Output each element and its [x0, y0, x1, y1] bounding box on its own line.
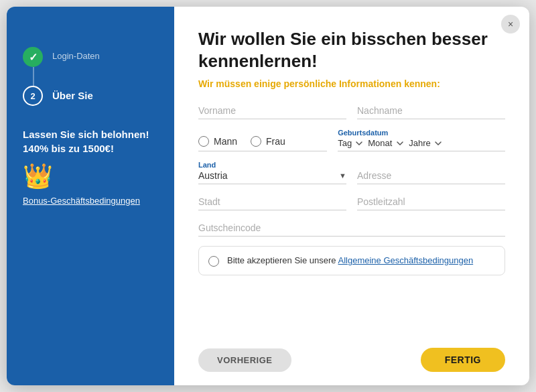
- dob-jahre-select[interactable]: Jahre: [409, 138, 442, 148]
- country-select-wrapper: Austria Germany Switzerland ▼: [198, 170, 346, 184]
- step-circle-about: 2: [23, 86, 43, 106]
- nachname-field: [357, 103, 505, 119]
- stadt-field: [198, 194, 346, 210]
- submit-button[interactable]: FERTIG: [421, 348, 505, 372]
- steps-container: ✓ Login-Daten 2 Über Sie: [23, 47, 158, 106]
- dob-monat-select-wrapper: Monat: [368, 138, 403, 148]
- step-circle-login: ✓: [23, 47, 43, 67]
- gutscheincode-field: [198, 220, 505, 237]
- bonus-title: Lassen Sie sich belohnen! 140% bis zu 15…: [23, 127, 158, 155]
- dob-tag-select[interactable]: Tag: [338, 138, 362, 148]
- vorname-field: [198, 103, 346, 119]
- gender-frau-option[interactable]: Frau: [251, 136, 285, 147]
- step-item-about: 2 Über Sie: [23, 86, 158, 106]
- gender-frau-radio[interactable]: [251, 136, 261, 147]
- step-label-about: Über Sie: [52, 86, 93, 101]
- step-item-login: ✓ Login-Daten: [23, 47, 158, 67]
- stadt-input[interactable]: [198, 194, 346, 210]
- bonus-section: Lassen Sie sich belohnen! 140% bis zu 15…: [23, 127, 158, 206]
- modal: ✓ Login-Daten 2 Über Sie Lassen Sie sich…: [7, 7, 529, 385]
- gender-group: Mann Frau: [198, 136, 327, 151]
- gender-dob-row: Mann Frau Geburtsdatum Tag: [198, 129, 505, 151]
- terms-link[interactable]: Allgemeine Geschäftsbedingungen: [338, 255, 474, 265]
- country-label: Land: [198, 161, 346, 169]
- adresse-input[interactable]: [357, 168, 505, 184]
- bonus-link[interactable]: Bonus-Geschäftsbedingungen: [23, 196, 140, 206]
- city-zip-row: [198, 194, 505, 210]
- close-button[interactable]: ×: [501, 15, 520, 34]
- main-title: Wir wollen Sie ein bisschen besser kenne…: [198, 28, 505, 72]
- country-chevron-icon: ▼: [339, 172, 346, 180]
- dob-selects: Tag Monat Jahre: [338, 138, 505, 151]
- country-address-row: Land Austria Germany Switzerland ▼: [198, 161, 505, 184]
- footer-buttons: VORHERIGE FERTIG: [198, 348, 505, 372]
- main-subtitle: Wir müssen einige persönliche Informatio…: [198, 78, 505, 89]
- previous-button[interactable]: VORHERIGE: [198, 348, 291, 372]
- gutscheincode-input[interactable]: [198, 220, 505, 237]
- sidebar: ✓ Login-Daten 2 Über Sie Lassen Sie sich…: [7, 7, 174, 385]
- step-label-login: Login-Daten: [52, 47, 100, 61]
- postleitzahl-field: [357, 194, 505, 210]
- dob-group: Geburtsdatum Tag Monat: [338, 129, 505, 151]
- dob-jahre-select-wrapper: Jahre: [409, 138, 442, 148]
- country-field: Land Austria Germany Switzerland ▼: [198, 161, 346, 184]
- dob-tag-select-wrapper: Tag: [338, 138, 362, 148]
- gender-mann-option[interactable]: Mann: [198, 136, 237, 147]
- adresse-field: [357, 168, 505, 184]
- terms-box: Bitte akzeptieren Sie unsere Allgemeine …: [198, 246, 505, 275]
- vorname-input[interactable]: [198, 103, 346, 119]
- gender-frau-label: Frau: [266, 136, 285, 147]
- main-content: × Wir wollen Sie ein bisschen besser ken…: [174, 7, 529, 385]
- dob-label: Geburtsdatum: [338, 129, 505, 137]
- step-connector-1: [33, 67, 34, 86]
- gutschein-row: [198, 220, 505, 237]
- terms-text: Bitte akzeptieren Sie unsere Allgemeine …: [227, 255, 473, 267]
- name-row: [198, 103, 505, 119]
- nachname-input[interactable]: [357, 103, 505, 119]
- terms-radio[interactable]: [208, 256, 219, 267]
- gender-mann-label: Mann: [214, 136, 237, 147]
- crown-icon: 👑: [23, 162, 158, 190]
- country-select[interactable]: Austria Germany Switzerland: [198, 170, 339, 181]
- gender-mann-radio[interactable]: [198, 136, 209, 147]
- dob-monat-select[interactable]: Monat: [368, 138, 403, 148]
- postleitzahl-input[interactable]: [357, 194, 505, 210]
- registration-form: Mann Frau Geburtsdatum Tag: [198, 103, 505, 337]
